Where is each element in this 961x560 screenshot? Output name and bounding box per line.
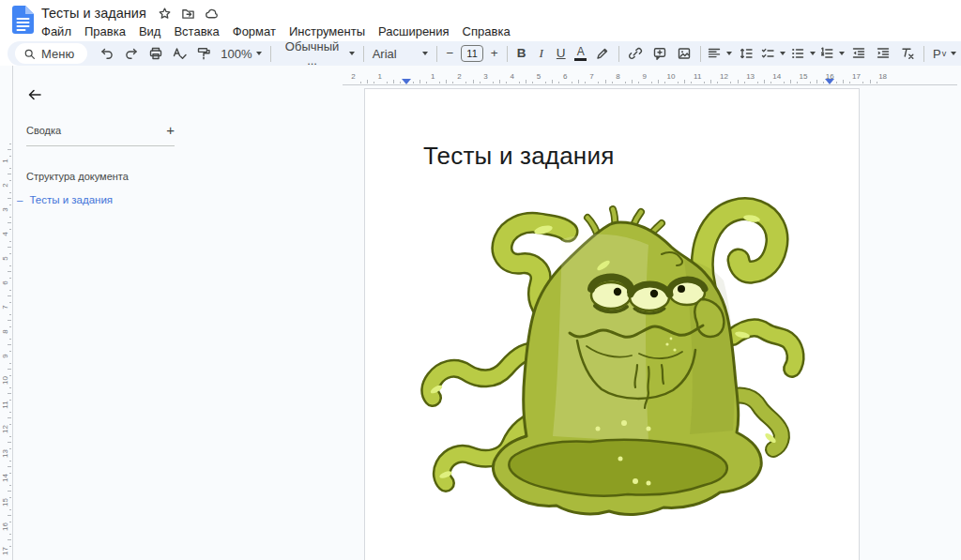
outline-header: Структура документа (26, 171, 332, 182)
ruler-tick (419, 80, 420, 83)
ruler-tick (374, 82, 374, 83)
ruler-tick (367, 80, 368, 83)
back-button[interactable] (23, 83, 47, 107)
clear-formatting-button[interactable] (895, 43, 920, 64)
outline-item[interactable]: – Тесты и задания (17, 194, 332, 205)
ruler-number: 1 (1, 156, 9, 167)
ruler-tick (519, 82, 520, 83)
menu-format[interactable]: Формат (233, 23, 283, 39)
star-icon[interactable] (158, 6, 173, 21)
paragraph-style-select[interactable]: Обычный ... (275, 43, 358, 64)
italic-button[interactable]: I (531, 43, 551, 64)
ruler-tick (9, 522, 11, 522)
ruler-number: 9 (1, 351, 9, 362)
ruler-tick (770, 82, 771, 83)
outline-sidebar: Сводка + Структура документа – Тесты и з… (13, 83, 332, 205)
line-spacing-button[interactable] (734, 43, 758, 64)
ruler-number: 14 (772, 72, 781, 81)
font-family-select[interactable]: Arial (368, 43, 433, 64)
ruler-tick (8, 515, 11, 516)
ruler-tick (9, 253, 11, 254)
ruler-number: 14 (1, 473, 9, 484)
checklist-button[interactable] (758, 43, 788, 64)
bold-button[interactable]: B (511, 43, 531, 64)
ruler-tick (8, 393, 11, 394)
ruler-tick (816, 80, 817, 83)
ruler-number: 5 (1, 253, 9, 265)
numbered-list-button[interactable] (817, 43, 847, 64)
ruler-tick (387, 82, 388, 83)
document-title[interactable]: Тесты и задания (41, 6, 146, 21)
decrease-indent-button[interactable] (847, 43, 872, 64)
document-heading[interactable]: Тесты и задания (423, 142, 859, 171)
decrease-font-size-button[interactable]: − (441, 43, 459, 64)
vertical-ruler[interactable]: 1234567891011121314151617 (0, 66, 13, 560)
outline-item-label: Тесты и задания (29, 194, 113, 205)
text-color-button[interactable]: A (571, 43, 590, 64)
ruler-number: 8 (1, 326, 9, 338)
ruler-tick (9, 302, 11, 303)
ruler-tick (578, 80, 579, 83)
menu-extensions[interactable]: Расширения (378, 23, 457, 39)
menu-insert[interactable]: Вставка (174, 23, 226, 39)
underline-button[interactable]: U (551, 43, 571, 64)
ruler-tick (9, 546, 11, 547)
indent-marker[interactable] (825, 79, 834, 84)
horizontal-ruler[interactable]: 21123456789101112131415161718 (343, 71, 957, 85)
ruler-tick (9, 534, 11, 535)
highlight-color-button[interactable] (590, 43, 615, 64)
menu-view[interactable]: Вид (139, 23, 169, 39)
ruler-tick (9, 229, 11, 230)
ruler-tick (664, 82, 665, 83)
ruler-tick (625, 82, 626, 83)
ruler-tick (8, 320, 11, 321)
ruler-tick (545, 82, 546, 83)
indent-marker[interactable] (402, 79, 411, 84)
add-comment-button[interactable] (648, 43, 672, 64)
document-page[interactable]: Тесты и задания (364, 88, 860, 560)
ruler-tick (9, 436, 11, 437)
ruler-tick (9, 473, 11, 474)
zoom-select[interactable]: 100% (216, 43, 267, 64)
align-button[interactable] (705, 43, 735, 64)
menu-tools[interactable]: Инструменты (289, 23, 373, 39)
ruler-tick (400, 82, 401, 83)
menu-help[interactable]: Справка (463, 23, 518, 39)
monster-illustration[interactable] (403, 194, 816, 522)
font-size-input[interactable]: 11 (461, 45, 483, 62)
print-button[interactable] (144, 43, 168, 64)
cloud-status-icon[interactable] (205, 6, 220, 21)
ruler-tick (9, 168, 11, 169)
search-icon (23, 48, 36, 60)
redo-button[interactable] (119, 43, 144, 64)
add-summary-button[interactable]: + (164, 123, 176, 137)
ruler-tick (493, 82, 494, 83)
ruler-tick (9, 363, 11, 364)
google-docs-logo-icon[interactable] (12, 6, 34, 34)
ruler-tick (499, 80, 500, 83)
ruler-tick (9, 448, 11, 449)
insert-image-button[interactable] (672, 43, 696, 64)
chevron-down-icon (780, 52, 786, 55)
increase-font-size-button[interactable]: + (485, 43, 503, 64)
menu-file[interactable]: Файл (41, 23, 79, 39)
insert-link-button[interactable] (623, 43, 648, 64)
undo-button[interactable] (95, 43, 119, 64)
paint-format-button[interactable] (191, 43, 216, 64)
ruler-tick (9, 278, 11, 279)
toolbar-menu-button[interactable]: Меню (15, 43, 87, 64)
spellcheck-button[interactable] (168, 43, 192, 64)
ruler-number: 11 (694, 72, 701, 81)
ruler-tick (480, 82, 480, 83)
ruler-tick (8, 174, 11, 174)
ruler-tick (426, 82, 427, 83)
menu-edit[interactable]: Правка (84, 23, 133, 39)
pv-tool-button[interactable]: Pv (928, 43, 961, 64)
move-to-folder-icon[interactable] (181, 6, 196, 21)
ruler-tick (612, 82, 613, 83)
ruler-tick (9, 290, 11, 291)
increase-indent-button[interactable] (871, 43, 895, 64)
ruler-tick (764, 80, 765, 83)
bulleted-list-button[interactable] (787, 43, 817, 64)
ruler-tick (8, 442, 11, 443)
